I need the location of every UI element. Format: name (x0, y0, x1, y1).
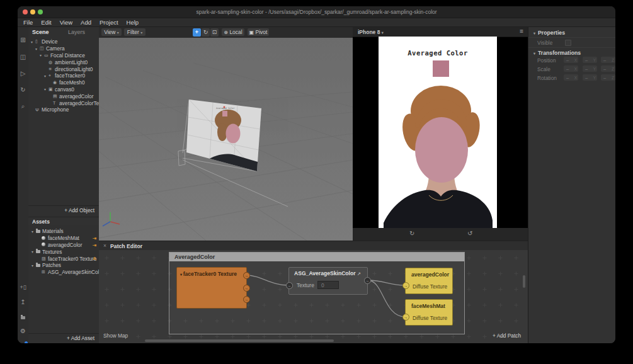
patch-editor-canvas[interactable]: AveragedColor ▾ faceTracker0 Texture → →… (99, 250, 528, 343)
expand-patch-icon[interactable]: ↗ (357, 271, 361, 276)
text-icon: T (53, 101, 59, 105)
asset-item-facetracker-texture[interactable]: ▨faceTracker0 TextureA (28, 255, 99, 262)
simulator-screen: Averaged Color (379, 37, 497, 228)
rotation-z-field[interactable]: –Z (601, 74, 615, 81)
asset-item-averagedcolor[interactable]: averagedColor⇥ (28, 242, 99, 249)
scale-y-field[interactable]: –Y (583, 65, 597, 72)
transformations-section-header[interactable]: ▾Transformations (533, 50, 581, 56)
viewport-3d-canvas[interactable]: Averaged Color (99, 38, 353, 241)
restart-simulator-icon[interactable]: ↻ (409, 230, 414, 237)
expander-icon[interactable]: ▾ (35, 47, 40, 51)
asset-folder-materials[interactable]: ▾Materials (28, 228, 99, 235)
share-export-icon[interactable]: ↥ (18, 299, 28, 306)
scene-item-device[interactable]: ▾▯Device (28, 38, 99, 45)
menu-file[interactable]: File (23, 19, 33, 26)
rotate-tool-icon[interactable]: ↻ (202, 28, 210, 37)
restart-icon[interactable]: ↻ (18, 86, 28, 94)
scene-item-ambientlight[interactable]: ◍ambientLight0 (28, 59, 99, 65)
rotation-x-field[interactable]: –X (564, 74, 578, 81)
menu-project[interactable]: Project (100, 19, 118, 26)
scene-item-microphone[interactable]: ΨMicrophone (28, 106, 99, 113)
scene-item-focal-distance[interactable]: ▾▭Focal Distance (28, 52, 99, 59)
publish-folder-icon[interactable] (18, 314, 28, 321)
menu-view[interactable]: View (60, 19, 72, 26)
local-toggle-button[interactable]: ⊕ Local (222, 28, 244, 36)
horizontal-scrollbar[interactable] (145, 339, 334, 342)
help-progress-icon[interactable]: ◔ (18, 342, 28, 343)
visible-label: Visible (537, 40, 552, 46)
add-patch-button[interactable]: + Add Patch (493, 333, 521, 339)
scene-item-canvas[interactable]: ▾▣canvas0 (28, 86, 99, 93)
view-dropdown[interactable]: View ▾ (101, 28, 122, 36)
scene-item-averagedcolor[interactable]: ▤averagedColor (28, 93, 99, 100)
input-port-icon[interactable]: → (286, 282, 293, 289)
position-z-field[interactable]: –Z (601, 57, 615, 63)
scale-z-field[interactable]: –Z (601, 65, 615, 72)
expander-icon[interactable]: ▾ (44, 87, 48, 91)
expander-icon[interactable]: ▾ (31, 229, 36, 234)
device-dropdown[interactable]: iPhone 8 ▾ (358, 29, 384, 35)
patch-editor-tab[interactable]: Patch Editor (110, 243, 142, 249)
visible-checkbox[interactable] (565, 40, 571, 46)
output-port-icon[interactable]: → (243, 296, 250, 303)
play-icon[interactable]: ▷ (18, 70, 28, 77)
input-port-icon[interactable]: → (402, 282, 409, 289)
patch-node-facemeshmat-material[interactable]: faceMeshMat Diffuse Texture → (405, 299, 453, 326)
scale-x-field[interactable]: –X (564, 65, 578, 72)
menu-help[interactable]: Help (127, 19, 139, 26)
menu-edit[interactable]: Edit (41, 19, 51, 26)
patch-group-title[interactable]: AveragedColor (169, 253, 464, 261)
expander-icon[interactable]: ▾ (31, 263, 36, 268)
patch-node-asg-averageskincolor[interactable]: ASG_AverageSkinColor ↗ Texture 0 → → (288, 267, 368, 295)
texture-input-value[interactable]: 0 (317, 281, 339, 289)
pivot-toggle-button[interactable]: ▣ Pivot (248, 28, 269, 36)
expander-icon[interactable]: ▾ (44, 74, 48, 78)
output-port-icon[interactable]: → (243, 285, 250, 292)
expander-icon[interactable]: ▾ (31, 249, 36, 254)
zoom-search-icon[interactable]: ⌕ (18, 103, 28, 110)
add-device-icon[interactable]: +▯ (18, 283, 28, 291)
add-object-button[interactable]: + Add Object (28, 205, 99, 214)
scale-tool-icon[interactable]: ⊡ (210, 28, 219, 37)
notification-dot (25, 341, 28, 343)
add-asset-button[interactable]: + Add Asset (28, 333, 99, 342)
texture-input-label: Texture (297, 282, 314, 288)
scene-item-facemesh[interactable]: ◉faceMesh0 (28, 79, 99, 86)
asset-folder-patches[interactable]: ▾Patches (28, 262, 99, 269)
scene-item-directionallight[interactable]: ✳directionalLight0 (28, 65, 99, 72)
patch-node-title: faceMeshMat (406, 300, 452, 309)
rotate-device-icon[interactable]: ↺ (467, 230, 472, 237)
camera-view-icon[interactable]: ◫ (18, 54, 28, 61)
tab-scene[interactable]: Scene (32, 29, 49, 35)
expander-icon[interactable]: ▾ (40, 53, 44, 57)
hamburger-menu-icon[interactable]: ≡ (520, 28, 523, 35)
close-icon[interactable]: × (103, 242, 106, 249)
asset-item-facemeshmat[interactable]: faceMeshMat⇥ (28, 235, 99, 242)
simulator-panel: iPhone 8 ▾ ≡ Averaged Color ↻ ↺ (353, 27, 528, 241)
show-map-button[interactable]: Show Map (103, 333, 128, 339)
move-tool-icon[interactable]: + (193, 28, 201, 37)
test-on-device-icon[interactable]: ⚙ (18, 327, 28, 335)
scene-item-camera[interactable]: ▾◫Camera (28, 45, 99, 52)
rotation-y-field[interactable]: –Y (583, 74, 597, 81)
output-port-rgba-icon[interactable]: → (243, 272, 250, 279)
scene-item-averagedcolortext[interactable]: TaveragedColorText (28, 100, 99, 106)
layout-panes-icon[interactable]: ⊞ (18, 37, 28, 44)
patch-asset-icon: ⊞ (42, 270, 48, 275)
position-y-field[interactable]: –Y (583, 57, 597, 63)
patch-node-facetracker-texture[interactable]: ▾ faceTracker0 Texture → → → (176, 267, 247, 309)
patch-node-averagedcolor-material[interactable]: averagedColor Diffuse Texture → (405, 268, 453, 294)
scene-item-facetracker[interactable]: ▾⌖faceTracker0 (28, 72, 99, 79)
vertical-scrollbar[interactable] (523, 275, 525, 288)
expander-icon[interactable]: ▾ (31, 40, 35, 44)
scale-label: Scale (537, 66, 550, 72)
asset-folder-textures[interactable]: ▾Textures (28, 248, 99, 255)
output-port-icon[interactable]: → (364, 277, 371, 284)
filter-dropdown[interactable]: Filter ▾ (124, 28, 145, 36)
menu-add[interactable]: Add (81, 19, 91, 26)
tab-layers[interactable]: Layers (68, 29, 85, 35)
position-x-field[interactable]: –X (564, 57, 578, 63)
properties-section-header[interactable]: ▾Properties (533, 30, 565, 36)
asset-item-asg-averageskincolor[interactable]: ⊞ASG_AverageSkinColor (28, 269, 99, 276)
input-port-icon[interactable]: → (402, 314, 409, 321)
